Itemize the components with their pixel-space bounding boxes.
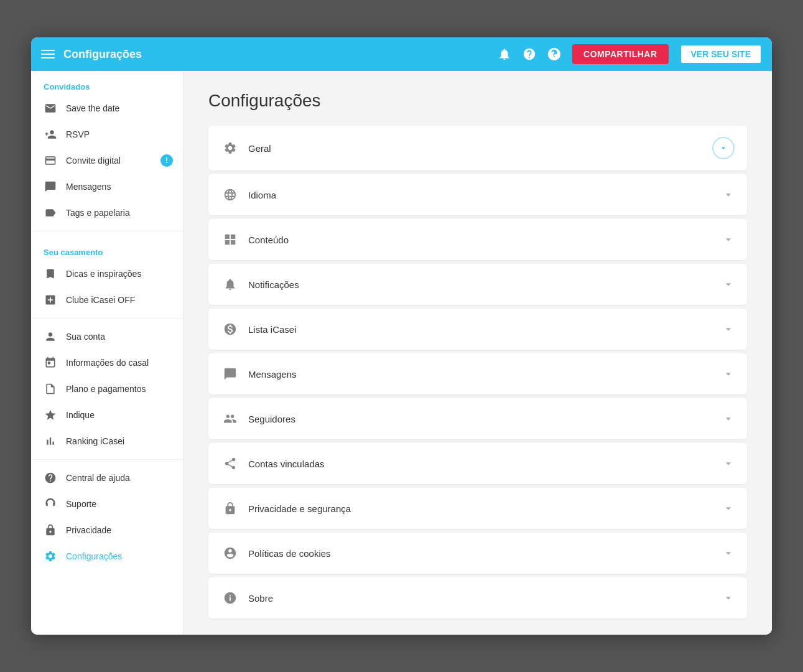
settings-item-notificacoes[interactable]: Notificações [208,264,747,305]
share-icon [221,454,239,473]
sidebar-section-casamento: Seu casamento [31,236,183,261]
settings-item-idioma[interactable]: Idioma [208,174,747,215]
sidebar-item-mensagens[interactable]: Mensagens [31,174,183,200]
lock-icon [44,523,57,537]
settings-item-label: Políticas de cookies [248,548,722,559]
headset-icon [44,497,57,511]
support-icon[interactable] [547,47,561,61]
sidebar-item-plano-pagamentos[interactable]: Plano e pagamentos [31,376,183,402]
sidebar-item-rsvp[interactable]: RSVP [31,121,183,147]
envelope-icon [44,101,57,115]
chevron-down-icon [722,189,735,201]
settings-item-label: Seguidores [248,414,722,424]
sidebar-item-label: Clube iCasei OFF [66,295,135,305]
settings-item-geral[interactable]: Geral [208,126,747,170]
chevron-down-icon [722,413,735,425]
sidebar-item-label: Convite digital [66,156,121,166]
people-icon [221,409,239,428]
sidebar-item-tags-papelaria[interactable]: Tags e papelaria [31,200,183,226]
settings-item-label: Conteúdo [248,235,722,245]
sidebar-divider-3 [31,459,183,460]
navbar-icons: COMPARTILHAR VER SEU SITE [498,44,762,64]
sidebar-item-configuracoes[interactable]: Configurações [31,543,183,569]
chevron-down-icon [722,368,735,380]
lock-shield-icon [221,499,239,518]
content-area: Configurações Geral [183,71,772,635]
tag-icon [44,206,57,220]
medical-add-icon [44,293,57,307]
sidebar-section-convidados: Convidados [31,71,183,95]
settings-item-label: Contas vinculadas [248,459,722,469]
sidebar-item-suporte[interactable]: Suporte [31,491,183,517]
sidebar-item-indique[interactable]: Indique [31,402,183,428]
sidebar-item-label: Privacidade [66,525,111,535]
sidebar-item-label: Suporte [66,499,96,509]
account-icon [44,330,57,343]
navbar: Configurações COMPARTILHAR VER SEU SITE [31,37,772,71]
chat-bubble-icon [221,365,239,383]
main-layout: Convidados Save the date RSVP [31,71,772,635]
geral-chevron[interactable] [712,137,735,159]
sidebar-item-informacoes-casal[interactable]: Informações do casal [31,350,183,376]
settings-item-mensagens[interactable]: Mensagens [208,353,747,394]
help-icon[interactable] [522,47,536,61]
settings-item-sobre[interactable]: Sobre [208,577,747,618]
gear-icon [44,549,57,563]
hamburger-menu[interactable] [41,50,55,58]
sidebar-item-privacidade[interactable]: Privacidade [31,517,183,543]
sidebar-item-label: Informações do casal [66,358,149,368]
sidebar-item-label: RSVP [66,129,90,139]
chevron-down-icon [722,457,735,470]
settings-item-contas-vinculadas[interactable]: Contas vinculadas [208,443,747,484]
view-site-button[interactable]: VER SEU SITE [680,44,762,64]
share-button[interactable]: COMPARTILHAR [572,44,669,64]
settings-item-label: Idioma [248,190,722,200]
calendar-icon [44,356,57,370]
chevron-down-icon [722,278,735,291]
sidebar-item-label: Save the date [66,103,119,113]
settings-item-privacidade-seguranca[interactable]: Privacidade e segurança [208,488,747,529]
grid-icon [221,230,239,249]
sidebar: Convidados Save the date RSVP [31,71,183,635]
chevron-down-icon [722,323,735,335]
app-window: Configurações COMPARTILHAR VER SEU SITE … [31,37,772,635]
settings-item-label: Privacidade e segurança [248,503,722,514]
sidebar-item-label: Configurações [66,551,122,561]
sidebar-item-label: Indique [66,410,95,420]
dollar-icon [221,320,239,338]
gear-icon [221,139,239,157]
settings-item-label: Sobre [248,593,722,604]
sidebar-item-save-the-date[interactable]: Save the date [31,95,183,121]
bell-icon [221,275,239,294]
sidebar-item-label: Tags e papelaria [66,208,130,218]
sidebar-item-sua-conta[interactable]: Sua conta [31,324,183,350]
settings-list: Geral Idioma [208,126,747,618]
help-circle-icon [44,471,57,485]
sidebar-divider [31,231,183,231]
settings-item-conteudo[interactable]: Conteúdo [208,219,747,260]
doc-icon [44,382,57,396]
sidebar-item-label: Mensagens [66,182,111,192]
chevron-down-icon [722,233,735,246]
chat-icon [44,180,57,194]
sidebar-item-label: Dicas e inspirações [66,269,141,279]
settings-item-label: Notificações [248,279,722,290]
sidebar-item-ranking-icasei[interactable]: Ranking iCasei [31,428,183,454]
sidebar-item-central-ajuda[interactable]: Central de ajuda [31,465,183,491]
sidebar-item-label: Sua conta [66,332,105,342]
info-icon [221,589,239,607]
sidebar-item-convite-digital[interactable]: Convite digital ! [31,147,183,174]
sidebar-item-dicas-inspiracoes[interactable]: Dicas e inspirações [31,261,183,287]
bookmark-icon [44,267,57,281]
account-circle-icon [221,544,239,562]
page-title: Configurações [208,91,747,111]
sidebar-item-clube-icasei[interactable]: Clube iCasei OFF [31,287,183,313]
settings-item-lista-icasei[interactable]: Lista iCasei [208,309,747,350]
notification-icon[interactable] [498,47,511,61]
navbar-title: Configurações [63,48,489,61]
chevron-down-icon [722,592,735,604]
settings-item-politicas-cookies[interactable]: Políticas de cookies [208,533,747,574]
settings-item-seguidores[interactable]: Seguidores [208,398,747,439]
chart-icon [44,434,57,448]
sidebar-item-label: Ranking iCasei [66,436,124,446]
